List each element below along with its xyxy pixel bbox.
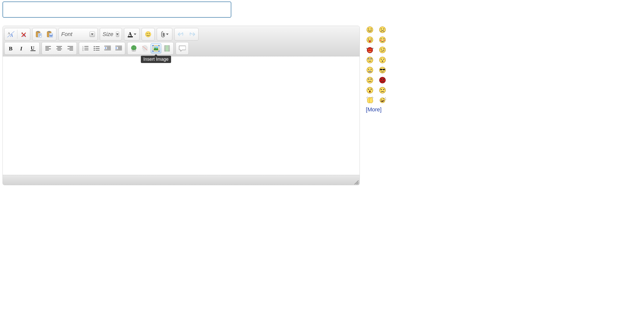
smiley-worried-icon[interactable] (378, 86, 387, 94)
svg-rect-31 (57, 47, 61, 48)
chevron-down-icon (89, 31, 95, 37)
svg-rect-77 (165, 49, 166, 49)
italic-button[interactable]: I (17, 43, 27, 53)
insert-video-button[interactable] (162, 43, 172, 53)
align-right-button[interactable] (65, 43, 76, 53)
svg-point-144 (379, 97, 386, 104)
resize-handle[interactable] (353, 179, 359, 184)
svg-line-146 (385, 99, 386, 99)
smiley-smile-icon[interactable] (366, 26, 374, 34)
svg-rect-10 (39, 34, 41, 35)
svg-rect-81 (169, 49, 170, 49)
svg-rect-27 (45, 47, 49, 48)
editor-toolbar: AA AA W F (3, 26, 360, 56)
svg-rect-66 (152, 45, 153, 46)
svg-point-93 (368, 39, 369, 40)
svg-rect-25 (30, 50, 36, 51)
svg-point-128 (368, 79, 369, 79)
smiley-smirk-icon[interactable] (378, 46, 387, 54)
svg-rect-29 (45, 50, 49, 50)
font-select[interactable]: Font (58, 28, 98, 41)
paste-from-word-button[interactable]: W (45, 29, 55, 39)
editor-content[interactable] (3, 56, 360, 175)
svg-point-103 (381, 49, 382, 50)
svg-point-134 (368, 89, 369, 90)
remove-link-button[interactable] (140, 43, 150, 53)
svg-point-129 (371, 79, 371, 79)
editor-mode-button[interactable]: AA (6, 29, 16, 39)
svg-point-137 (379, 87, 385, 93)
smiley-devil-icon[interactable] (366, 46, 374, 54)
smiley-panel: [More] (366, 26, 389, 113)
svg-point-60 (133, 50, 136, 51)
redo-button[interactable] (187, 29, 197, 39)
smiley-tongue-icon[interactable] (366, 36, 374, 44)
svg-point-21 (149, 33, 150, 34)
align-left-button[interactable] (43, 43, 53, 53)
indent-button[interactable] (113, 43, 124, 53)
svg-point-108 (371, 58, 372, 59)
editor-footer (3, 175, 360, 185)
svg-point-90 (381, 28, 382, 29)
svg-rect-34 (68, 46, 73, 47)
smiley-frown-icon[interactable] (378, 26, 387, 34)
insert-image-button[interactable]: Insert Image (151, 43, 161, 53)
svg-rect-8 (37, 31, 39, 32)
svg-text:B: B (9, 46, 13, 51)
outdent-button[interactable] (102, 43, 113, 53)
svg-rect-30 (56, 46, 62, 47)
paste-button[interactable] (34, 29, 44, 39)
more-smileys-link[interactable]: [More] (366, 106, 389, 113)
svg-text:I: I (20, 46, 23, 51)
svg-line-141 (367, 97, 368, 98)
svg-rect-18 (128, 36, 133, 37)
svg-point-91 (383, 28, 384, 29)
bullet-list-button[interactable] (91, 43, 102, 53)
svg-rect-56 (118, 48, 122, 49)
svg-point-107 (368, 58, 369, 59)
svg-rect-79 (169, 46, 170, 47)
align-center-button[interactable] (54, 43, 65, 53)
svg-rect-26 (45, 46, 51, 47)
svg-point-136 (369, 90, 371, 92)
remove-format-button[interactable]: AA (18, 29, 29, 39)
svg-point-44 (94, 46, 95, 47)
svg-point-98 (384, 40, 385, 41)
svg-point-135 (371, 89, 372, 90)
smiley-neutral-icon[interactable] (366, 66, 374, 74)
text-color-button[interactable]: A (125, 29, 138, 39)
svg-rect-69 (158, 51, 159, 52)
attachment-button[interactable] (158, 29, 171, 39)
svg-rect-52 (107, 48, 111, 49)
title-input[interactable] (3, 2, 231, 18)
svg-rect-43 (84, 50, 88, 50)
bold-button[interactable]: B (6, 43, 16, 53)
insert-smiley-button[interactable] (143, 29, 153, 39)
smiley-angry-icon[interactable] (378, 76, 387, 84)
underline-button[interactable]: U (28, 43, 38, 53)
size-select[interactable]: Size (100, 28, 122, 41)
smiley-clap-icon[interactable] (366, 96, 374, 104)
svg-point-100 (369, 49, 369, 50)
svg-rect-32 (56, 49, 62, 49)
undo-button[interactable] (176, 29, 186, 39)
smiley-scared-icon[interactable] (366, 76, 374, 84)
svg-rect-37 (70, 50, 73, 50)
smiley-lol-icon[interactable] (378, 96, 387, 104)
svg-text:A: A (8, 31, 10, 35)
smiley-rolleyes-icon[interactable] (366, 56, 374, 64)
numbered-list-button[interactable]: 123 (80, 43, 91, 53)
svg-point-116 (371, 69, 372, 70)
smiley-kiss-icon[interactable] (378, 56, 387, 64)
smiley-cool-icon[interactable] (378, 66, 387, 74)
svg-text:W: W (49, 34, 53, 38)
smiley-surprised-icon[interactable] (366, 86, 374, 94)
quote-button[interactable] (177, 43, 187, 53)
svg-rect-68 (152, 51, 153, 52)
svg-rect-51 (107, 47, 111, 48)
insert-link-button[interactable] (128, 43, 139, 53)
smiley-blush-icon[interactable] (378, 36, 387, 44)
chevron-down-icon (116, 31, 119, 37)
svg-rect-122 (380, 69, 382, 70)
svg-line-143 (373, 98, 373, 98)
